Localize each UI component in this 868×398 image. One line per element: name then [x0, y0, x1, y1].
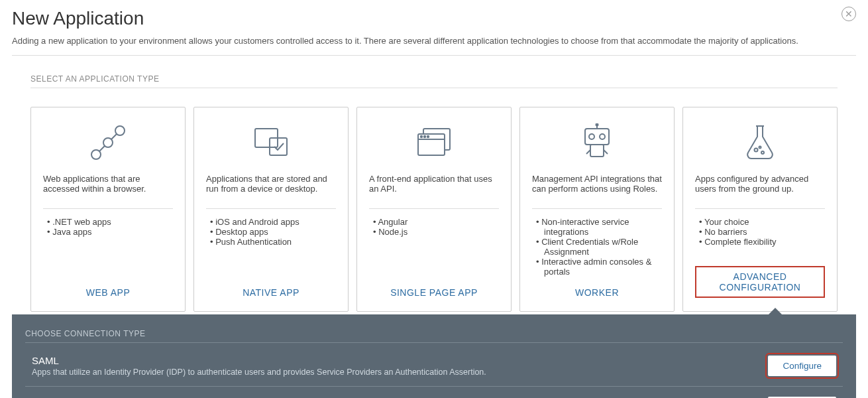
- card-bullets: Angular Node.js: [369, 217, 499, 277]
- bullet: Push Authentication: [218, 237, 336, 247]
- svg-rect-16: [590, 145, 604, 157]
- svg-point-9: [424, 136, 425, 137]
- connection-row-saml: SAML Apps that utilize an Identity Provi…: [25, 346, 843, 387]
- card-worker[interactable]: Management API integrations that can per…: [519, 107, 675, 312]
- svg-point-10: [427, 136, 429, 137]
- card-description: Applications that are stored and run fro…: [206, 174, 336, 199]
- app-type-cards: Web applications that are accessed withi…: [0, 95, 868, 312]
- connection-panel-wrap: CHOOSE CONNECTION TYPE SAML Apps that ut…: [12, 314, 856, 398]
- card-bullets: Non-interactive service integrations Cli…: [532, 217, 662, 277]
- bullet: Angular: [381, 217, 499, 227]
- bullet: Node.js: [381, 227, 499, 237]
- card-single-page-app[interactable]: A front-end application that uses an API…: [356, 107, 512, 312]
- svg-point-12: [589, 134, 594, 139]
- svg-point-2: [91, 150, 101, 159]
- flask-icon: [741, 123, 779, 162]
- card-divider: [43, 208, 173, 209]
- card-title-worker: WORKER: [575, 287, 619, 298]
- browser-windows-icon: [414, 123, 454, 162]
- card-title-spa: SINGLE PAGE APP: [390, 287, 478, 298]
- svg-point-15: [596, 124, 598, 126]
- page-title: New Application: [12, 8, 856, 29]
- connection-row-oidc: OIDC Employs Universal Login and redirec…: [25, 387, 843, 398]
- card-divider: [532, 208, 662, 209]
- close-button[interactable]: ✕: [841, 7, 856, 21]
- svg-point-0: [115, 126, 125, 135]
- svg-point-21: [759, 147, 761, 149]
- card-bullets: iOS and Android apps Desktop apps Push A…: [206, 217, 336, 277]
- divider: [12, 55, 856, 56]
- bullet: Non-interactive service integrations: [544, 217, 662, 237]
- card-divider: [369, 208, 499, 209]
- connection-panel: CHOOSE CONNECTION TYPE SAML Apps that ut…: [12, 314, 856, 398]
- nodes-icon: [88, 123, 128, 162]
- device-check-icon: [251, 123, 291, 162]
- card-description: A front-end application that uses an API…: [369, 174, 499, 199]
- svg-point-13: [600, 134, 605, 139]
- card-title-advanced: ADVANCED CONFIGURATION: [695, 266, 825, 298]
- page-subtitle: Adding a new application to your environ…: [12, 36, 856, 46]
- bullet: Client Credentials w/Role Assignment: [544, 237, 662, 257]
- page-header: New Application Adding a new application…: [0, 0, 868, 55]
- svg-point-19: [755, 149, 758, 152]
- card-divider: [695, 208, 825, 209]
- svg-point-20: [761, 151, 764, 154]
- card-description: Web applications that are accessed withi…: [43, 174, 173, 199]
- card-description: Management API integrations that can per…: [532, 174, 662, 199]
- card-web-app[interactable]: Web applications that are accessed withi…: [30, 107, 186, 312]
- bullet: Complete flexibility: [707, 237, 825, 247]
- bullet: .NET web apps: [55, 217, 173, 227]
- card-advanced-configuration[interactable]: Apps configured by advanced users from t…: [682, 107, 838, 312]
- card-description: Apps configured by advanced users from t…: [695, 174, 825, 199]
- bullet: Your choice: [707, 217, 825, 227]
- close-icon: ✕: [845, 9, 853, 19]
- card-divider: [206, 208, 336, 209]
- connection-text: SAML Apps that utilize an Identity Provi…: [32, 355, 486, 377]
- card-native-app[interactable]: Applications that are stored and run fro…: [193, 107, 349, 312]
- robot-icon: [577, 123, 617, 162]
- card-title-web-app: WEB APP: [86, 287, 131, 298]
- card-bullets: .NET web apps Java apps: [43, 217, 173, 277]
- svg-point-8: [421, 136, 422, 137]
- connection-title: SAML: [32, 355, 486, 366]
- bullet: Interactive admin consoles & portals: [544, 257, 662, 277]
- bullet: iOS and Android apps: [218, 217, 336, 227]
- bullet: Java apps: [55, 227, 173, 237]
- card-title-native-app: NATIVE APP: [243, 287, 299, 298]
- card-bullets: Your choice No barriers Complete flexibi…: [695, 217, 825, 255]
- svg-point-1: [103, 138, 113, 147]
- connection-description: Apps that utilize an Identity Provider (…: [32, 367, 486, 377]
- configure-saml-button[interactable]: Configure: [768, 356, 836, 376]
- bullet: No barriers: [707, 227, 825, 237]
- panel-label: CHOOSE CONNECTION TYPE: [25, 329, 843, 343]
- section-label: SELECT AN APPLICATION TYPE: [30, 74, 838, 88]
- panel-arrow-icon: [767, 308, 783, 316]
- bullet: Desktop apps: [218, 227, 336, 237]
